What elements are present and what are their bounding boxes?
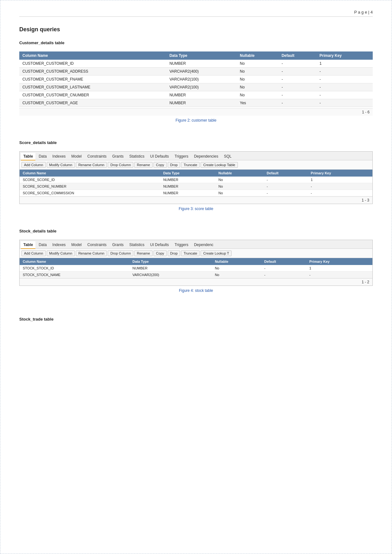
table-cell: - [306, 272, 372, 278]
tab-dependencies[interactable]: Dependencies [191, 153, 221, 160]
stock-col-default: Default [261, 258, 306, 265]
toolbar-btn-rename-column[interactable]: Rename Column [76, 250, 107, 256]
table-cell: NUMBER [160, 183, 215, 190]
table-cell: 1 [317, 60, 373, 68]
toolbar-btn-create-lookup-table[interactable]: Create Lookup Table [201, 162, 238, 168]
tab-statistics[interactable]: Statistics [127, 241, 147, 249]
table-cell: - [317, 75, 373, 83]
toolbar-btn-copy[interactable]: Copy [154, 250, 167, 256]
table-cell: SCORE_SCORE_COMMISSION [20, 190, 160, 196]
stock-inner-table: Column Name Data Type Nullable Default P… [20, 258, 372, 278]
table-cell: - [308, 183, 372, 190]
toolbar-btn-drop[interactable]: Drop [168, 250, 180, 256]
tab-grants[interactable]: Grants [110, 241, 126, 249]
table-cell: CUSTOMER_CUSTOMER_LASTNAME [19, 83, 166, 91]
stock-col-nullable: Nullable [212, 258, 261, 265]
table-cell: - [261, 265, 306, 272]
tab-triggers[interactable]: Triggers [172, 153, 191, 160]
table-cell: SCORE_SCORE_ID [20, 177, 160, 183]
toolbar-btn-add-column[interactable]: Add Column [21, 250, 46, 256]
toolbar-btn-rename-column[interactable]: Rename Column [76, 162, 107, 168]
stock-caption: Figure 4: stock table [19, 288, 373, 293]
toolbar-btn-copy[interactable]: Copy [154, 162, 167, 168]
tab-model[interactable]: Model [69, 241, 84, 249]
table-cell: CUSTOMER_CUSTOMER_ID [19, 60, 166, 68]
toolbar-btn-modify-column[interactable]: Modify Column [47, 250, 75, 256]
toolbar-btn-create-lookup-t[interactable]: Create Lookup T [201, 250, 232, 256]
customer-col-default: Default [278, 51, 316, 60]
tab-triggers[interactable]: Triggers [172, 241, 191, 249]
table-cell: No [237, 91, 278, 99]
table-cell: - [278, 60, 316, 68]
stock-toolbar[interactable]: Add ColumnModify ColumnRename ColumnDrop… [20, 249, 372, 258]
toolbar-btn-add-column[interactable]: Add Column [21, 162, 46, 168]
table-cell: SCORE_SCORE_NUMBER [20, 183, 160, 190]
score-inner-table: Column Name Data Type Nullable Default P… [20, 170, 372, 196]
score-col-datatype: Data Type [160, 170, 215, 177]
table-cell: - [317, 99, 373, 107]
toolbar-btn-truncate[interactable]: Truncate [181, 250, 200, 256]
table-cell: CUSTOMER_CUSTOMER_CNUMBER [19, 91, 166, 99]
tab-data[interactable]: Data [36, 241, 49, 249]
table-row: CUSTOMER_CUSTOMER_FNAMEVARCHAR2(100)No-- [19, 75, 373, 83]
toolbar-btn-drop-column[interactable]: Drop Column [108, 162, 133, 168]
customer-table: Column Name Data Type Nullable Default P… [19, 51, 373, 107]
tab-data[interactable]: Data [36, 153, 49, 160]
toolbar-btn-drop-column[interactable]: Drop Column [108, 250, 133, 256]
table-row: CUSTOMER_CUSTOMER_CNUMBERNUMBERNo-- [19, 91, 373, 99]
tab-constraints[interactable]: Constraints [85, 241, 109, 249]
table-row: SCORE_SCORE_NUMBERNUMBERNo-- [20, 183, 372, 190]
table-cell: CUSTOMER_CUSTOMER_FNAME [19, 75, 166, 83]
table-cell: No [237, 75, 278, 83]
tab-table[interactable]: Table [21, 241, 35, 249]
table-cell: Yes [237, 99, 278, 107]
tab-model[interactable]: Model [69, 153, 84, 160]
score-col-default: Default [263, 170, 308, 177]
stock-pagination: 1 - 2 [20, 278, 372, 286]
toolbar-btn-rename[interactable]: Rename [134, 162, 153, 168]
tab-table[interactable]: Table [21, 153, 35, 160]
tab-ui-defaults[interactable]: UI Defaults [148, 153, 171, 160]
table-cell: No [215, 190, 263, 196]
table-cell: NUMBER [129, 265, 212, 272]
table-cell: 1 [308, 177, 372, 183]
table-cell: - [278, 75, 316, 83]
table-cell: No [237, 83, 278, 91]
tab-grants[interactable]: Grants [110, 153, 126, 160]
tab-indexes[interactable]: Indexes [50, 241, 68, 249]
stock-col-name: Column Name [20, 258, 129, 265]
tab-constraints[interactable]: Constraints [85, 153, 109, 160]
toolbar-btn-drop[interactable]: Drop [168, 162, 180, 168]
table-cell: - [263, 183, 308, 190]
table-row: CUSTOMER_CUSTOMER_AGENUMBERYes-- [19, 99, 373, 107]
tab-sql[interactable]: SQL [221, 153, 234, 160]
score-col-name: Column Name [20, 170, 160, 177]
tab-ui-defaults[interactable]: UI Defaults [148, 241, 171, 249]
table-cell: NUMBER [166, 91, 237, 99]
toolbar-btn-rename[interactable]: Rename [134, 250, 153, 256]
table-cell: No [237, 68, 278, 75]
table-cell: - [308, 190, 372, 196]
table-cell: NUMBER [166, 99, 237, 107]
table-cell: VARCHAR2(100) [166, 75, 237, 83]
table-cell: NUMBER [160, 190, 215, 196]
table-cell: - [263, 190, 308, 196]
score-col-primarykey: Primary Key [308, 170, 372, 177]
table-cell: - [317, 68, 373, 75]
customer-col-primarykey: Primary Key [317, 51, 373, 60]
score-caption: Figure 3: score table [19, 207, 373, 211]
table-cell: No [212, 272, 261, 278]
stock-tabs: TableDataIndexesModelConstraintsGrantsSt… [20, 240, 372, 249]
table-row: CUSTOMER_CUSTOMER_IDNUMBERNo-1 [19, 60, 373, 68]
table-cell: VARCHAR2(200) [129, 272, 212, 278]
tab-dependenc[interactable]: Dependenc [191, 241, 216, 249]
section-title: Design queries [19, 26, 373, 33]
toolbar-btn-modify-column[interactable]: Modify Column [47, 162, 75, 168]
tab-statistics[interactable]: Statistics [127, 153, 147, 160]
toolbar-btn-truncate[interactable]: Truncate [181, 162, 200, 168]
score-pagination: 1 - 3 [20, 196, 372, 204]
tab-indexes[interactable]: Indexes [50, 153, 68, 160]
score-toolbar[interactable]: Add ColumnModify ColumnRename ColumnDrop… [20, 160, 372, 170]
table-cell: STOCK_STOCK_NAME [20, 272, 129, 278]
table-cell: 1 [306, 265, 372, 272]
